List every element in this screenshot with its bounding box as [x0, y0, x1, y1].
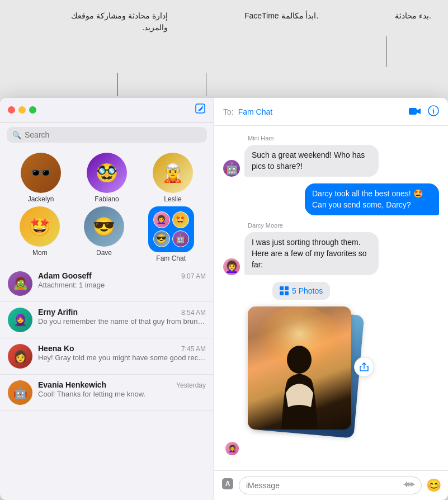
group-face-2: 🤩	[172, 211, 189, 228]
photo-silhouette-svg	[248, 306, 351, 430]
pinned-row-2: 🤩 Mom 😎 Dave	[8, 206, 206, 262]
pinned-label-jackelyn: Jackelyn	[28, 195, 54, 203]
photos-badge[interactable]: 5 Photos	[272, 282, 330, 300]
avatar-miniham: 🤖	[223, 160, 240, 177]
convo-name-erny: Erny Arifin	[38, 308, 78, 317]
share-button[interactable]	[354, 357, 374, 377]
convo-preview-adam: Attachment: 1 image	[38, 281, 206, 289]
chat-header: To: Fam Chat i	[214, 98, 448, 126]
convo-item-evania[interactable]: 🤖 Evania Henkewich Yesterday Cool! Thank…	[0, 375, 214, 411]
message-group-outgoing: Darcy took all the best ones! 🤩 Can you …	[223, 183, 439, 215]
message-group-darcy: Darcy Moore 👩‍🦱 I was just sorting throu…	[223, 222, 439, 275]
pinned-item-fabiano[interactable]: 🥸 Fabiano	[87, 153, 127, 203]
conversation-list: 🧟 Adam Gooseff 9:07 AM Attachment: 1 ima…	[0, 266, 214, 500]
search-icon: 🔍	[12, 131, 21, 139]
maximize-button[interactable]	[29, 106, 36, 114]
convo-preview-evania: Cool! Thanks for letting me know.	[38, 390, 206, 398]
app-store-icon: A	[221, 477, 234, 490]
info-icon: i	[428, 105, 439, 116]
convo-name-evania: Evania Henkewich	[38, 380, 106, 389]
app-store-button[interactable]: A	[221, 477, 234, 494]
pinned-item-famchat[interactable]: 👩‍🦱 🤩 😎 🤖	[148, 206, 194, 262]
message-row-darcy: 👩‍🦱 I was just sorting through them. Her…	[223, 232, 439, 275]
avatar-evania: 🤖	[8, 380, 32, 405]
photos-grid-icon	[280, 286, 289, 295]
svg-point-5	[287, 346, 312, 374]
compose-button[interactable]	[195, 103, 206, 117]
photos-count-label: 5 Photos	[292, 286, 323, 295]
pinned-item-leslie[interactable]: 🧝 Leslie	[153, 153, 193, 203]
pinned-item-mom[interactable]: 🤩 Mom	[20, 206, 60, 262]
annotation-line-middle	[206, 73, 206, 96]
convo-content-adam: Adam Gooseff 9:07 AM Attachment: 1 image	[38, 271, 206, 289]
convo-name-heena: Heena Ko	[38, 344, 74, 353]
photos-badge-row: 5 Photos	[248, 282, 439, 300]
message-input-wrap[interactable]	[239, 477, 422, 494]
darcy-avatar-bottom: 👩‍🦱	[225, 442, 439, 455]
sender-name-darcy: Darcy Moore	[248, 222, 439, 229]
convo-time-erny: 8:54 AM	[181, 309, 206, 317]
convo-name-adam: Adam Gooseff	[38, 271, 92, 280]
info-button[interactable]: i	[428, 105, 439, 118]
photo-main[interactable]	[248, 306, 351, 430]
avatar-mom: 🤩	[20, 206, 60, 247]
convo-header-heena: Heena Ko 7:45 AM	[38, 344, 206, 353]
bubble-miniham: Such a great weekend! Who has pics to sh…	[244, 145, 379, 177]
pinned-label-leslie: Leslie	[164, 195, 181, 203]
group-avatar-container: 👩‍🦱 🤩 😎 🤖	[153, 211, 189, 247]
convo-item-adam[interactable]: 🧟 Adam Gooseff 9:07 AM Attachment: 1 ima…	[0, 266, 214, 302]
message-row-miniham: 🤖 Such a great weekend! Who has pics to …	[223, 145, 439, 177]
minimize-button[interactable]	[18, 106, 26, 114]
chat-to-label: To:	[223, 107, 234, 116]
convo-time-heena: 7:45 AM	[181, 345, 206, 353]
waveform-svg	[403, 480, 414, 488]
pinned-section: 🕶️ Jackelyn 🥸 Fabiano 🧝 Leslie	[0, 147, 214, 266]
convo-time-adam: 9:07 AM	[181, 272, 206, 280]
search-bar: 🔍	[0, 122, 214, 147]
compose-icon	[195, 103, 206, 114]
app-window: 🔍 🕶️ Jackelyn 🥸 Fabiano	[0, 98, 448, 500]
avatar-jackelyn: 🕶️	[21, 153, 61, 193]
group-face-1: 👩‍🦱	[153, 211, 170, 228]
convo-item-heena[interactable]: 👩 Heena Ko 7:45 AM Hey! Gray told me you…	[0, 338, 214, 375]
message-input[interactable]	[246, 481, 403, 490]
annotation-line-right	[386, 36, 386, 67]
message-input-bar: A 😊	[214, 470, 448, 500]
pinned-row-1: 🕶️ Jackelyn 🥸 Fabiano 🧝 Leslie	[8, 153, 206, 203]
convo-header-adam: Adam Gooseff 9:07 AM	[38, 271, 206, 280]
annotation-facetime: .ابدأ مكالمة FaceTime	[244, 10, 318, 22]
convo-content-heena: Heena Ko 7:45 AM Hey! Gray told me you m…	[38, 344, 206, 362]
share-icon	[359, 362, 369, 372]
group-face-3: 😎	[153, 230, 170, 247]
avatar-fabiano: 🥸	[87, 153, 127, 193]
svg-text:A: A	[225, 480, 230, 488]
facetime-button[interactable]	[409, 106, 421, 117]
chat-header-actions: i	[409, 105, 439, 118]
emoji-button[interactable]: 😊	[426, 478, 441, 493]
pinned-selected-bg: 👩‍🦱 🤩 😎 🤖	[148, 206, 194, 252]
annotation-start-chat: .بدء محادثة	[395, 10, 431, 22]
avatar-dave: 😎	[84, 206, 124, 247]
convo-content-evania: Evania Henkewich Yesterday Cool! Thanks …	[38, 380, 206, 398]
bubble-outgoing: Darcy took all the best ones! 🤩 Can you …	[305, 183, 439, 215]
convo-preview-erny: Do you remember the name of that guy fro…	[38, 317, 206, 326]
right-panel: To: Fam Chat i	[214, 98, 448, 500]
annotation-line-left	[117, 73, 118, 96]
close-button[interactable]	[8, 106, 15, 114]
svg-rect-1	[409, 108, 417, 115]
convo-content-erny: Erny Arifin 8:54 AM Do you remember the …	[38, 308, 206, 326]
pinned-item-jackelyn[interactable]: 🕶️ Jackelyn	[21, 153, 61, 203]
waveform-icon	[403, 480, 414, 490]
search-wrap[interactable]: 🔍	[7, 127, 207, 143]
pinned-item-dave[interactable]: 😎 Dave	[84, 206, 124, 262]
search-input[interactable]	[25, 130, 201, 139]
facetime-icon	[409, 107, 421, 116]
annotation-manage: إدارة محادثة ومشاركة موقعك والمزيد.	[45, 10, 168, 34]
message-row-outgoing: Darcy took all the best ones! 🤩 Can you …	[223, 183, 439, 215]
messages-area: Mini Ham 🤖 Such a great weekend! Who has…	[214, 126, 448, 470]
darcy-small-avatar: 👩‍🦱	[225, 442, 239, 455]
group-face-4: 🤖	[172, 230, 189, 247]
annotations: .بدء محادثة .ابدأ مكالمة FaceTime إدارة …	[0, 0, 448, 98]
pinned-label-dave: Dave	[96, 249, 112, 257]
convo-item-erny[interactable]: 🧕 Erny Arifin 8:54 AM Do you remember th…	[0, 302, 214, 338]
